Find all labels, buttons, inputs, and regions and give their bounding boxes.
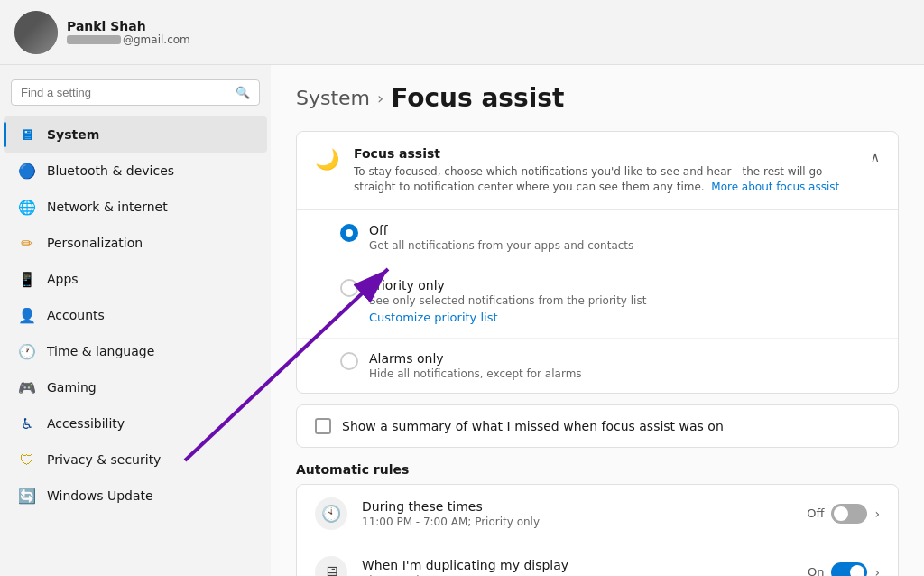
search-input[interactable] xyxy=(21,86,228,99)
nav-icon-bluetooth: 🔵 xyxy=(18,162,36,180)
breadcrumb-current: Focus assist xyxy=(391,83,564,113)
radio-option-alarms[interactable]: Alarms only Hide all notifications, exce… xyxy=(297,339,898,393)
nav-label-accessibility: Accessibility xyxy=(47,416,125,431)
radio-alarms-label: Alarms only xyxy=(369,351,582,366)
nav-icon-accounts: 👤 xyxy=(18,306,36,324)
rule-duplicating-status: On xyxy=(808,565,824,576)
rule-during-times-title: During these times xyxy=(362,499,792,514)
sidebar-item-apps[interactable]: 📱 Apps xyxy=(4,261,267,297)
sidebar-item-network[interactable]: 🌐 Network & internet xyxy=(4,189,267,225)
display-icon: 🖥 xyxy=(315,556,347,576)
focus-assist-link[interactable]: More about focus assist xyxy=(711,181,839,193)
sidebar-item-gaming[interactable]: 🎮 Gaming xyxy=(4,369,267,405)
chevron-right-icon: › xyxy=(874,506,880,521)
toggle-knob-on xyxy=(850,565,864,576)
user-name: Panki Shah xyxy=(67,19,190,33)
chevron-right-icon-2: › xyxy=(874,565,880,576)
avatar xyxy=(14,11,58,54)
main-layout: 🔍 🖥 System 🔵 Bluetooth & devices 🌐 Netwo… xyxy=(0,65,924,576)
nav-label-gaming: Gaming xyxy=(47,380,97,395)
nav-icon-personalization: ✏ xyxy=(18,234,36,252)
rule-during-times-text: During these times 11:00 PM - 7:00 AM; P… xyxy=(362,499,792,528)
breadcrumb: System › Focus assist xyxy=(296,83,899,113)
nav-list: 🖥 System 🔵 Bluetooth & devices 🌐 Network… xyxy=(0,116,271,514)
summary-card: Show a summary of what I missed when foc… xyxy=(296,404,899,448)
focus-assist-text: Focus assist To stay focused, choose whi… xyxy=(354,146,856,195)
nav-icon-system: 🖥 xyxy=(18,125,36,144)
content-area: System › Focus assist 🌙 Focus assist To … xyxy=(271,65,924,576)
nav-icon-time: 🕐 xyxy=(18,342,36,360)
nav-icon-update: 🔄 xyxy=(18,487,36,505)
user-profile-area[interactable]: Panki Shah @gmail.com xyxy=(14,11,190,54)
radio-priority[interactable] xyxy=(340,279,358,297)
nav-icon-privacy: 🛡 xyxy=(18,451,36,469)
focus-assist-card: 🌙 Focus assist To stay focused, choose w… xyxy=(296,131,899,394)
radio-off-sublabel: Get all notifications from your apps and… xyxy=(369,239,633,252)
nav-icon-accessibility: ♿ xyxy=(18,414,36,432)
radio-priority-sublabel: See only selected notifications from the… xyxy=(369,294,646,307)
focus-assist-description: To stay focused, choose which notificati… xyxy=(354,164,856,195)
nav-label-apps: Apps xyxy=(47,272,79,286)
search-box[interactable]: 🔍 xyxy=(11,79,260,106)
automatic-rules-label: Automatic rules xyxy=(296,462,899,477)
nav-label-personalization: Personalization xyxy=(47,236,143,250)
rule-during-times-sub: 11:00 PM - 7:00 AM; Priority only xyxy=(362,516,792,528)
user-info: Panki Shah @gmail.com xyxy=(67,19,190,46)
nav-label-update: Windows Update xyxy=(47,488,153,503)
nav-label-system: System xyxy=(47,127,99,142)
sidebar-item-personalization[interactable]: ✏ Personalization xyxy=(4,225,267,261)
sidebar-item-update[interactable]: 🔄 Windows Update xyxy=(4,478,267,514)
radio-option-priority[interactable]: Priority only See only selected notifica… xyxy=(297,265,898,339)
summary-checkbox[interactable] xyxy=(315,418,331,434)
focus-assist-header[interactable]: 🌙 Focus assist To stay focused, choose w… xyxy=(297,132,898,210)
sidebar-item-time[interactable]: 🕐 Time & language xyxy=(4,333,267,369)
chevron-up-icon: ∧ xyxy=(871,150,880,164)
rule-duplicating-title: When I'm duplicating my display xyxy=(362,558,793,572)
radio-alarms-text: Alarms only Hide all notifications, exce… xyxy=(369,351,582,380)
nav-icon-apps: 📱 xyxy=(18,270,36,288)
toggle-knob xyxy=(834,506,848,521)
rule-during-times-right: Off › xyxy=(807,504,880,524)
radio-alarms-sublabel: Hide all notifications, except for alarm… xyxy=(369,367,582,380)
search-icon: 🔍 xyxy=(236,86,250,99)
sidebar-item-accounts[interactable]: 👤 Accounts xyxy=(4,297,267,333)
sidebar-item-accessibility[interactable]: ♿ Accessibility xyxy=(4,405,267,441)
rule-duplicating[interactable]: 🖥 When I'm duplicating my display Alarms… xyxy=(297,543,898,576)
nav-label-network: Network & internet xyxy=(47,200,168,214)
automatic-rules-card: 🕙 During these times 11:00 PM - 7:00 AM;… xyxy=(296,484,899,576)
radio-option-off[interactable]: Off Get all notifications from your apps… xyxy=(297,210,898,265)
email-blur xyxy=(67,35,121,44)
radio-alarms[interactable] xyxy=(340,352,358,370)
sidebar-item-bluetooth[interactable]: 🔵 Bluetooth & devices xyxy=(4,153,267,189)
summary-text: Show a summary of what I missed when foc… xyxy=(342,419,724,433)
customize-priority-link[interactable]: Customize priority list xyxy=(369,311,498,324)
rule-during-times-status: Off xyxy=(807,506,824,520)
nav-label-privacy: Privacy & security xyxy=(47,452,161,467)
radio-priority-text: Priority only See only selected notifica… xyxy=(369,278,646,325)
sidebar: 🔍 🖥 System 🔵 Bluetooth & devices 🌐 Netwo… xyxy=(0,65,271,576)
sidebar-item-privacy[interactable]: 🛡 Privacy & security xyxy=(4,441,267,478)
summary-row[interactable]: Show a summary of what I missed when foc… xyxy=(297,405,898,447)
rule-duplicating-toggle[interactable] xyxy=(831,562,867,576)
nav-icon-network: 🌐 xyxy=(18,198,36,216)
rule-duplicating-right: On › xyxy=(808,562,880,576)
breadcrumb-system[interactable]: System xyxy=(296,87,370,109)
nav-icon-gaming: 🎮 xyxy=(18,378,36,396)
radio-off-text: Off Get all notifications from your apps… xyxy=(369,223,633,252)
sidebar-item-system[interactable]: 🖥 System xyxy=(4,116,267,153)
radio-off-label: Off xyxy=(369,223,633,237)
top-bar: Panki Shah @gmail.com xyxy=(0,0,924,65)
breadcrumb-separator: › xyxy=(377,88,383,107)
rule-during-times[interactable]: 🕙 During these times 11:00 PM - 7:00 AM;… xyxy=(297,485,898,543)
radio-off[interactable] xyxy=(340,224,358,242)
radio-priority-label: Priority only xyxy=(369,278,646,293)
focus-assist-title: Focus assist xyxy=(354,146,856,161)
rule-during-times-toggle[interactable] xyxy=(831,504,867,524)
nav-label-accounts: Accounts xyxy=(47,308,105,322)
user-email: @gmail.com xyxy=(67,33,190,46)
nav-label-time: Time & language xyxy=(47,344,154,358)
clock-icon: 🕙 xyxy=(315,497,347,530)
moon-icon: 🌙 xyxy=(315,148,339,171)
rule-duplicating-text: When I'm duplicating my display Alarms o… xyxy=(362,558,793,576)
nav-label-bluetooth: Bluetooth & devices xyxy=(47,163,174,178)
